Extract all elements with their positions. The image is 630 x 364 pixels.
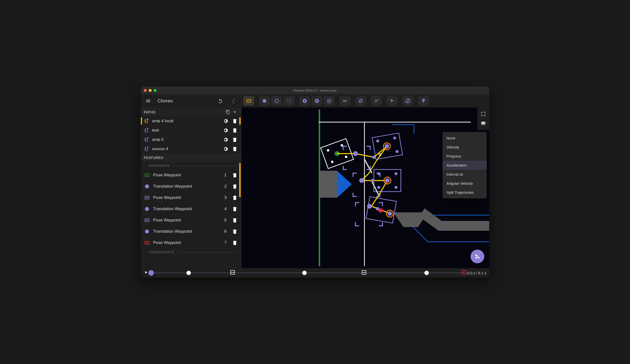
path-item[interactable]: source 4 (141, 144, 241, 153)
svg-point-58 (385, 178, 390, 183)
svg-point-63 (367, 204, 372, 209)
waypoint-delete-button[interactable] (231, 239, 238, 246)
time-display: 0.0 s / 5.1 s (467, 271, 486, 275)
close-window-button[interactable] (144, 89, 147, 92)
cancel-circle-icon (314, 98, 320, 104)
path-item[interactable]: amp 5 (141, 135, 241, 144)
waypoint-type-icon (144, 217, 150, 223)
svg-point-9 (146, 220, 147, 221)
tool-fast-forward[interactable] (340, 96, 350, 106)
svg-point-46 (395, 150, 399, 153)
undo-button[interactable] (216, 97, 224, 105)
waypoint-delete-button[interactable] (231, 205, 238, 212)
visualization-option[interactable]: None (442, 134, 487, 143)
tool-cursor-arrow[interactable] (387, 96, 398, 106)
redo-button[interactable] (230, 97, 238, 105)
titlebar[interactable]: Choreo 2024.2.2 - choreo.chor (141, 86, 489, 94)
tool-target-circle[interactable] (324, 96, 335, 106)
minimize-window-button[interactable] (149, 89, 152, 92)
waypoint-delete-button[interactable] (231, 228, 238, 235)
timeline-waypoint-marker[interactable] (302, 271, 307, 275)
trash-icon (232, 137, 238, 142)
generate-fab-button[interactable] (470, 250, 484, 263)
timeline-waypoint-marker[interactable] (424, 271, 429, 275)
path-delete-button[interactable] (231, 118, 238, 124)
maximize-window-button[interactable] (154, 89, 156, 92)
visualization-option[interactable]: Interval Δt (442, 170, 487, 179)
waypoint-delete-button[interactable] (231, 183, 238, 190)
svg-rect-28 (319, 122, 471, 123)
compass-icon (302, 98, 308, 104)
timeline-playhead[interactable] (148, 270, 154, 276)
path-delete-button[interactable] (231, 136, 238, 143)
svg-point-67 (378, 208, 383, 213)
svg-point-19 (275, 99, 279, 103)
path-delete-button[interactable] (231, 146, 238, 152)
waypoint-delete-button[interactable] (231, 217, 238, 224)
tool-sync-off[interactable] (355, 96, 366, 106)
fullscreen-button[interactable] (479, 110, 488, 118)
brand-label: Choreo (158, 98, 211, 104)
waypoint-item[interactable]: Translation Waypoint 4 (141, 203, 241, 214)
waypoint-type-icon (144, 194, 150, 201)
add-path-button[interactable] (231, 109, 238, 115)
fast-forward-icon (342, 98, 348, 104)
canvas-area[interactable]: NoneVelocityProgressAccelerationInterval… (242, 108, 489, 268)
svg-point-16 (248, 100, 248, 101)
visualization-option[interactable]: Split Trajectories (442, 188, 487, 197)
visualization-option[interactable]: Progress (442, 152, 487, 161)
waypoint-item[interactable]: Pose Waypoint 3 (141, 192, 241, 203)
timeline-pose-marker[interactable] (230, 270, 235, 275)
path-delete-button[interactable] (231, 127, 238, 134)
tool-no-entry[interactable] (402, 96, 413, 106)
path-settings-button[interactable] (222, 146, 229, 152)
waypoint-item[interactable]: Pose Waypoint 7 (141, 237, 241, 248)
path-icon (144, 127, 150, 133)
waypoint-item[interactable]: Pose Waypoint 1 (141, 170, 241, 181)
timeline-pose-marker[interactable] (362, 270, 366, 275)
tool-rotate-circle[interactable] (284, 96, 294, 106)
grid-toggle-button[interactable] (479, 119, 488, 128)
tool-cancel-circle[interactable] (312, 96, 322, 106)
main-area: NoneVelocityProgressAccelerationInterval… (242, 94, 489, 268)
tool-filled-circle[interactable] (259, 96, 270, 106)
path-item[interactable]: amp 4 local (141, 116, 241, 126)
path-item[interactable]: test (141, 126, 241, 135)
visualization-option[interactable]: Velocity (442, 143, 487, 152)
timeline-end-marker[interactable] (462, 270, 466, 275)
waypoint-delete-button[interactable] (231, 194, 238, 201)
visualization-option[interactable]: Angular Velocity (442, 179, 487, 188)
waypoint-label: Translation Waypoint (153, 206, 220, 211)
tool-hollow-circle[interactable] (271, 96, 282, 106)
tool-pin-marker[interactable] (418, 96, 429, 106)
waypoint-item[interactable]: Pose Waypoint 5 (141, 214, 241, 226)
waypoint-item[interactable]: Translation Waypoint 2 (141, 181, 241, 192)
timeline-waypoint-marker[interactable] (186, 271, 191, 275)
waypoint-label: Pose Waypoint (153, 195, 220, 200)
path-settings-button[interactable] (222, 136, 229, 143)
svg-point-5 (146, 197, 147, 198)
waypoint-delete-button[interactable] (231, 172, 238, 179)
visualization-option[interactable]: Acceleration (442, 161, 487, 170)
path-settings-button[interactable] (222, 127, 229, 134)
trash-icon (232, 229, 238, 234)
path-name: source 4 (152, 147, 220, 151)
svg-point-64 (372, 156, 376, 159)
svg-point-61 (353, 151, 358, 156)
copy-path-button[interactable] (224, 109, 231, 115)
path-settings-button[interactable] (222, 118, 229, 124)
waypoint-item[interactable]: Translation Waypoint 6 (141, 226, 241, 237)
tool-compass[interactable] (299, 96, 310, 106)
target-circle-icon (326, 98, 332, 104)
waypoints-group-label: WAYPOINTS (147, 164, 172, 168)
trash-icon (232, 128, 238, 133)
timeline-track[interactable] (151, 272, 464, 273)
gear-icon (223, 128, 228, 133)
tool-path-line[interactable] (371, 96, 382, 106)
waypoint-type-icon (144, 206, 150, 212)
tool-selection-box[interactable] (243, 96, 254, 106)
svg-rect-30 (392, 124, 414, 125)
play-button[interactable] (144, 270, 148, 276)
svg-point-13 (146, 242, 147, 243)
menu-button[interactable] (144, 97, 152, 105)
